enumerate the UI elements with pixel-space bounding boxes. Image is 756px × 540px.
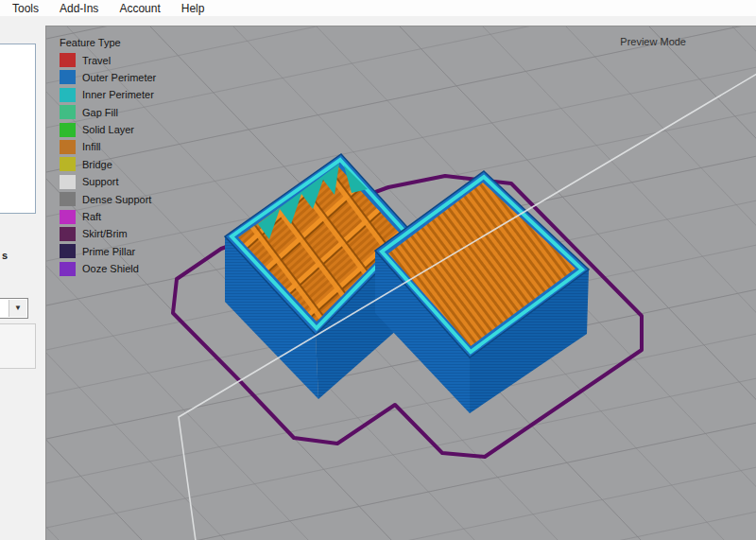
legend-label: Gap Fill — [82, 107, 118, 118]
sidebar-listbox[interactable] — [0, 44, 36, 214]
legend-row-raft: Raft — [60, 210, 156, 224]
legend-color-swatch — [60, 157, 76, 171]
legend-color-swatch — [60, 227, 76, 241]
legend-label: Support — [82, 176, 119, 187]
legend-color-swatch — [60, 140, 76, 154]
legend-color-swatch — [60, 105, 76, 119]
legend-color-swatch — [60, 192, 76, 206]
legend-row-travel: Travel — [60, 53, 156, 67]
legend-color-swatch — [60, 70, 76, 84]
legend-label: Outer Perimeter — [82, 72, 156, 83]
legend-row-solid-layer: Solid Layer — [60, 123, 156, 137]
legend-label: Prime Pillar — [82, 246, 135, 257]
legend-label: Inner Perimeter — [82, 89, 154, 100]
legend-row-prime-pillar: Prime Pillar — [60, 244, 156, 258]
legend-label: Ooze Shield — [82, 263, 139, 274]
sidebar-label-fragment: s — [2, 250, 8, 261]
menu-item-add-ins[interactable]: Add-Ins — [49, 1, 109, 16]
legend-row-gap-fill: Gap Fill — [60, 105, 156, 119]
legend-color-swatch — [60, 88, 76, 102]
sidebar-dropdown[interactable]: ▼ — [0, 298, 28, 319]
legend-row-ooze-shield: Ooze Shield — [60, 262, 156, 276]
legend-color-swatch — [60, 210, 76, 224]
legend-color-swatch — [60, 53, 76, 67]
model-box-right — [375, 171, 589, 413]
legend-row-inner-perimeter: Inner Perimeter — [60, 88, 156, 102]
legend-label: Travel — [82, 55, 111, 66]
legend-row-support: Support — [60, 175, 156, 189]
legend-color-swatch — [60, 262, 76, 276]
legend-row-infill: Infill — [60, 140, 156, 154]
menu-bar: ToolsAdd-InsAccountHelp — [0, 0, 756, 16]
legend-label: Bridge — [82, 159, 112, 170]
menu-item-account[interactable]: Account — [109, 1, 170, 16]
legend-label: Infill — [82, 141, 101, 152]
legend-color-swatch — [60, 123, 76, 137]
legend-color-swatch — [60, 244, 76, 258]
menu-item-help[interactable]: Help — [171, 1, 215, 16]
chevron-down-icon: ▼ — [14, 305, 22, 312]
legend-row-bridge: Bridge — [60, 157, 156, 171]
legend-title: Feature Type — [60, 37, 156, 48]
left-sidebar: s ▼ — [0, 16, 45, 540]
sidebar-panel — [0, 323, 36, 369]
legend-row-skirt-brim: Skirt/Brim — [60, 227, 156, 241]
dropdown-button[interactable]: ▼ — [9, 300, 26, 317]
feature-type-legend: Feature Type TravelOuter PerimeterInner … — [60, 37, 156, 279]
legend-label: Solid Layer — [82, 124, 134, 135]
preview-viewport[interactable]: Feature Type TravelOuter PerimeterInner … — [45, 26, 756, 540]
legend-row-dense-support: Dense Support — [60, 192, 156, 206]
preview-mode-label: Preview Mode — [620, 36, 686, 47]
menu-item-tools[interactable]: Tools — [12, 1, 49, 16]
legend-label: Skirt/Brim — [82, 228, 128, 239]
legend-color-swatch — [60, 175, 76, 189]
legend-label: Dense Support — [82, 194, 151, 205]
legend-label: Raft — [82, 211, 101, 222]
legend-row-outer-perimeter: Outer Perimeter — [60, 70, 156, 84]
